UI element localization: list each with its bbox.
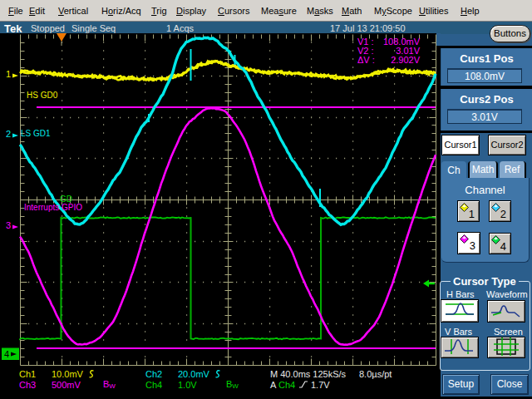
svg-text:2: 2 <box>6 129 11 139</box>
svg-text:Ch4: Ch4 <box>278 380 295 390</box>
svg-text:Ch1: Ch1 <box>19 369 36 379</box>
svg-text:1: 1 <box>6 69 11 79</box>
svg-text:A: A <box>270 380 277 390</box>
svg-text:2.902V: 2.902V <box>391 55 421 65</box>
svg-text:10.0mV: 10.0mV <box>52 369 84 379</box>
svg-text:4: 4 <box>4 349 9 359</box>
svg-text:M 40.0ms 125kS/s: M 40.0ms 125kS/s <box>270 369 347 379</box>
svg-text:Interrupts GPIO: Interrupts GPIO <box>24 203 82 212</box>
svg-text:Ch2: Ch2 <box>145 369 162 379</box>
svg-text:20.0mV: 20.0mV <box>178 369 210 379</box>
svg-text:500mV: 500mV <box>52 380 81 390</box>
svg-text:Ch4: Ch4 <box>145 380 162 390</box>
svg-text:HS GD0: HS GD0 <box>27 91 58 100</box>
svg-text:ΔV :: ΔV : <box>357 55 375 65</box>
svg-text:LS GD1: LS GD1 <box>21 129 51 138</box>
svg-text:Ch3: Ch3 <box>19 380 36 390</box>
svg-text:8.0µs/pt: 8.0µs/pt <box>359 369 392 379</box>
svg-text:1.7V: 1.7V <box>311 380 330 390</box>
svg-text:3: 3 <box>6 220 11 230</box>
svg-text:1.0V: 1.0V <box>178 380 197 390</box>
